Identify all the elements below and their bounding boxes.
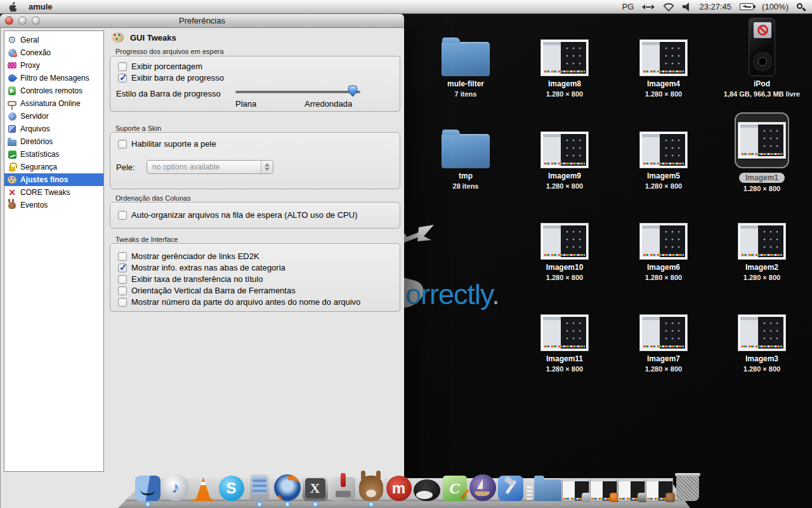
- zoom-button[interactable]: [32, 17, 40, 25]
- dock-firefox-icon[interactable]: [273, 473, 301, 501]
- dock-minimized-window-firefox[interactable]: [590, 473, 617, 501]
- palette-icon: [7, 175, 17, 185]
- input-language-indicator[interactable]: PG: [622, 2, 634, 11]
- sidebar-item-arquivos[interactable]: Arquivos: [4, 123, 103, 135]
- screenshot-thumbnail-icon: [738, 223, 786, 260]
- sidebar-item-controles-remotos[interactable]: Controles remotos: [4, 84, 103, 97]
- checkbox-taxa-titulo[interactable]: Exibir taxa de transferência no título: [118, 274, 263, 284]
- dock-amule-icon[interactable]: [357, 473, 384, 501]
- sidebar-item-servidor[interactable]: Servidor: [4, 110, 103, 123]
- checkbox-exibir-porcentagem[interactable]: Exibir porcentagem: [118, 62, 202, 71]
- checkbox-gerenciador-ed2k[interactable]: Mostrar gerênciador de links ED2K: [118, 251, 259, 261]
- message-filter-icon: [7, 73, 17, 83]
- checkbox-auto-organizar[interactable]: Auto-organizar arquivos na fila de esper…: [118, 210, 357, 220]
- dock-minimized-window-xchat[interactable]: [618, 473, 645, 501]
- screenshot-thumbnail-icon: [639, 39, 688, 76]
- wifi-icon[interactable]: [663, 3, 674, 11]
- desktop-icon-imagem8[interactable]: Imagem8 1.280 × 800: [523, 23, 606, 98]
- dock-ship-app-icon[interactable]: [469, 473, 496, 501]
- dock-skype-icon[interactable]: S: [218, 473, 245, 501]
- checkbox-checked[interactable]: [118, 74, 127, 83]
- window-titlebar[interactable]: Preferências: [0, 14, 404, 28]
- desktop-icon-imagem3[interactable]: Imagem3 1.280 × 800: [720, 298, 804, 373]
- input-arrows-icon[interactable]: [642, 4, 655, 10]
- sidebar-item-filtro-mensagens[interactable]: Filtro de Mensagens: [4, 72, 103, 84]
- screenshot-thumbnail-icon: [738, 314, 786, 351]
- dock-documents-folder-icon[interactable]: [534, 473, 561, 501]
- desktop: orrectly. mule-filter 7 itens Imagem8 1.…: [0, 0, 812, 508]
- dock-itunes-icon[interactable]: ♪: [162, 473, 189, 501]
- skin-dropdown[interactable]: no options available: [147, 160, 273, 174]
- progress-style-slider-thumb[interactable]: [348, 85, 358, 97]
- sidebar-item-conexao[interactable]: Conexão: [4, 46, 103, 59]
- palette-icon: [112, 32, 124, 43]
- close-button[interactable]: [5, 17, 13, 25]
- dock-mobile-device-icon[interactable]: [246, 473, 273, 501]
- checkbox[interactable]: [118, 140, 127, 149]
- checkbox[interactable]: [118, 62, 127, 71]
- window-content: ⚙Geral Conexão Proxy Filtro de Mensagens…: [0, 28, 404, 508]
- sidebar-item-geral[interactable]: ⚙Geral: [4, 34, 103, 46]
- sidebar-item-seguranca[interactable]: Segurança: [4, 161, 103, 173]
- checkbox[interactable]: [118, 275, 127, 284]
- sidebar-item-eventos[interactable]: Eventos: [4, 199, 103, 211]
- desktop-icon-imagem1-selected[interactable]: Imagem1 1.280 × 800: [720, 115, 804, 192]
- menu-bar-clock[interactable]: 23:27:45: [699, 2, 731, 11]
- desktop-icon-imagem6[interactable]: Imagem6 1.280 × 800: [622, 206, 705, 281]
- battery-percent: (100%): [762, 2, 789, 11]
- progress-style-slider-track[interactable]: [235, 91, 360, 93]
- globe-connection-icon: [7, 48, 17, 58]
- folder-icon: [7, 137, 17, 147]
- stepper-arrows-icon[interactable]: [261, 161, 273, 173]
- dock-minimized-window-device[interactable]: [562, 473, 589, 501]
- checkbox-habilitar-pele[interactable]: Habilitar suporte a pele: [118, 139, 216, 149]
- dock-finder-icon[interactable]: [134, 473, 161, 501]
- checkbox[interactable]: [118, 252, 127, 261]
- dock-minimized-window-amule[interactable]: [646, 473, 673, 501]
- screenshot-thumbnail-icon: [639, 223, 688, 260]
- checkbox[interactable]: [118, 211, 127, 220]
- checkbox-numero-parte[interactable]: Mostrar número da parte do arquivo antes…: [118, 297, 360, 307]
- checkbox[interactable]: [118, 286, 127, 295]
- sidebar-item-estatisticas[interactable]: Estatísticas: [4, 148, 103, 161]
- desktop-icon-imagem10[interactable]: Imagem10 1.280 × 800: [523, 206, 606, 281]
- checkbox[interactable]: [118, 298, 127, 307]
- prohibition-icon: [757, 25, 768, 36]
- sidebar-item-ajustes-finos[interactable]: Ajustes finos: [4, 173, 103, 186]
- sidebar-item-assinatura-online[interactable]: Assinatura Online: [4, 97, 103, 110]
- dock-miro-icon[interactable]: m: [385, 473, 412, 501]
- desktop-icon-imagem2[interactable]: Imagem2 1.280 × 800: [720, 206, 804, 281]
- dock-vlc-icon[interactable]: [190, 473, 217, 501]
- desktop-icon-imagem4[interactable]: Imagem4 1.280 × 800: [622, 23, 705, 98]
- checkbox-orientacao-vertical[interactable]: Orientação Vertical da Barra de Ferramen…: [118, 286, 296, 295]
- sidebar-item-diretorios[interactable]: Diretórios: [4, 135, 103, 148]
- minimize-button[interactable]: [18, 17, 27, 25]
- apple-menu[interactable]: [9, 2, 17, 12]
- dock-separator: [525, 473, 534, 501]
- sidebar-item-core-tweaks[interactable]: ✕CORE Tweaks: [4, 186, 103, 199]
- desktop-icon-mule-filter[interactable]: mule-filter 7 itens: [424, 23, 508, 98]
- desktop-icon-ipod[interactable]: iPod 1,84 GB, 966,3 MB livre: [720, 23, 804, 98]
- active-app-menu[interactable]: amule: [29, 2, 53, 11]
- desktop-icon-imagem7[interactable]: Imagem7 1.280 × 800: [622, 298, 705, 373]
- desktop-icon-imagem11[interactable]: Imagem11 1.280 × 800: [523, 298, 606, 373]
- desktop-icon-imagem9[interactable]: Imagem9 1.280 × 800: [523, 115, 606, 190]
- checkbox-checked[interactable]: [118, 264, 127, 272]
- sidebar-item-proxy[interactable]: Proxy: [4, 59, 103, 72]
- battery-icon[interactable]: [740, 3, 754, 10]
- desktop-icon-tmp[interactable]: tmp 28 itens: [424, 115, 508, 190]
- dock-trash-icon[interactable]: [674, 473, 701, 501]
- checkbox-exibir-barra-progresso[interactable]: Exibir barra de progresso: [118, 73, 224, 83]
- server-globe-icon: [7, 111, 17, 121]
- dock-transmission-icon[interactable]: [329, 473, 357, 501]
- spotlight-icon[interactable]: [797, 3, 804, 11]
- gui-tweaks-panel: GUI Tweaks Progresso dos arquivos em esp…: [104, 28, 404, 508]
- dock-xchat-icon[interactable]: X: [301, 473, 329, 501]
- dock-editor-icon[interactable]: C: [441, 473, 468, 501]
- desktop-icon-imagem5[interactable]: Imagem5 1.280 × 800: [622, 115, 705, 190]
- dock-xcode-icon[interactable]: [497, 473, 524, 501]
- dock-fugu-icon[interactable]: [413, 473, 440, 501]
- folder-icon: [442, 134, 490, 168]
- volume-icon[interactable]: [683, 3, 691, 11]
- checkbox-info-extras-abas[interactable]: Mostrar info. extras nas abas de categor…: [118, 263, 285, 272]
